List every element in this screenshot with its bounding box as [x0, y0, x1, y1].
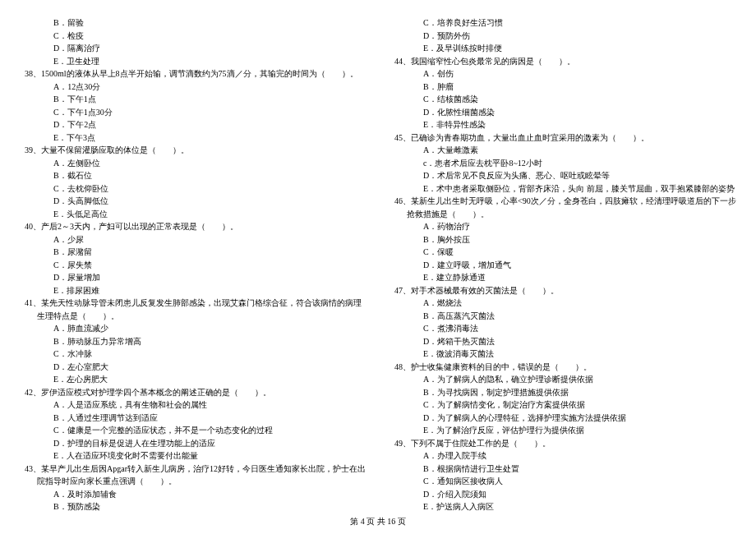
option: C．去枕仰卧位	[25, 182, 362, 196]
option: C．煮沸消毒法	[394, 322, 731, 335]
option: D．预防外伤	[394, 30, 731, 43]
option: C．保暖	[394, 246, 731, 259]
option: D．建立呼吸，增加通气	[394, 259, 731, 272]
option: C．下午1点30分	[25, 106, 362, 119]
option: A．创伤	[394, 67, 731, 81]
option: E．微波消毒灭菌法	[394, 348, 731, 361]
option: A．左侧卧位	[25, 157, 362, 170]
option: C．尿失禁	[25, 259, 362, 272]
question: 39、大量不保留灌肠应取的体位是（ ）。	[25, 144, 362, 157]
question: 47、对手术器械最有效的灭菌法是（ ）。	[394, 284, 731, 297]
right-column: C．培养良好生活习惯D．预防外伤E．及早训练按时排便44、我国缩窄性心包炎最常见…	[394, 16, 731, 513]
option: B．高压蒸汽灭菌法	[394, 310, 731, 323]
option: E．非特异性感染	[394, 118, 731, 131]
option: B．根据病情进行卫生处置	[394, 463, 731, 476]
option: D．烤箱干热灭菌法	[394, 335, 731, 348]
option: C．健康是一个完整的适应状态，并不是一个动态变化的过程	[25, 424, 362, 437]
option: B．胸外按压	[394, 233, 731, 246]
question: 45、已确诊为青春期功血，大量出血止血时宜采用的激素为（ ）。	[394, 131, 731, 145]
option: B．肺动脉压力异常增高	[25, 335, 362, 348]
option: C．通知病区接收病人	[394, 475, 731, 488]
option: A．燃烧法	[394, 297, 731, 310]
continuation: 生理特点是（ ）。	[25, 310, 362, 323]
option: B．肿瘤	[394, 81, 731, 94]
option: A．人是适应系统，具有生物和社会的属性	[25, 398, 362, 412]
option: D．化脓性细菌感染	[394, 106, 731, 119]
continuation: 院指导时应向家长重点强调（ ）。	[25, 475, 362, 488]
option: A．药物治疗	[394, 220, 731, 233]
option: A．办理入院手续	[394, 449, 731, 463]
continuation: 抢救措施是（ ）。	[394, 208, 731, 221]
option: D．头高脚低位	[25, 195, 362, 208]
option: E．建立静脉通道	[394, 271, 731, 284]
question: 43、某早产儿出生后因Apgar转入新生儿病房，治疗12好转，今日医生通知家长出…	[25, 463, 362, 476]
page-columns: B．留验C．检疫D．隔离治疗E．卫生处理38、1500ml的液体从早上8点半开始…	[25, 16, 731, 513]
question: 48、护士收集健康资料的目的中，错误的是（ ）。	[394, 361, 731, 374]
question: 41、某先天性动脉导管未闭患儿反复发生肺部感染，出现艾森门格综合征，符合该病情的…	[25, 297, 362, 310]
option: B．留验	[25, 16, 362, 30]
question: 38、1500ml的液体从早上8点半开始输，调节滴数约为75滴／分，其输完的时间…	[25, 67, 362, 81]
option: E．左心房肥大	[25, 373, 362, 386]
option: B．预防感染	[25, 500, 362, 513]
option: B．下午1点	[25, 93, 362, 106]
option: C．结核菌感染	[394, 93, 731, 106]
option: A．大量雌激素	[394, 144, 731, 157]
option: E．术中患者采取侧卧位，背部齐床沿，头向 前屈，膝关节屈曲，双手抱紧膝部的姿势	[394, 182, 731, 196]
left-column: B．留验C．检疫D．隔离治疗E．卫生处理38、1500ml的液体从早上8点半开始…	[25, 16, 362, 513]
option: B．为寻找病因，制定护理措施提供依据	[394, 386, 731, 399]
option: E．及早训练按时排便	[394, 42, 731, 55]
option: D．下午2点	[25, 118, 362, 131]
option: A．及时添加辅食	[25, 488, 362, 501]
page-footer: 第 4 页 共 16 页	[0, 516, 756, 527]
question: 49、下列不属于住院处工作的是（ ）。	[394, 437, 731, 450]
option: D．介绍入院须知	[394, 488, 731, 501]
option: D．为了解病人的心理特征，选择护理实施方法提供依据	[394, 412, 731, 425]
option: D．护理的目标是促进人在生理功能上的适应	[25, 437, 362, 450]
question: 44、我国缩窄性心包炎最常见的病因是（ ）。	[394, 55, 731, 68]
option: B．人通过生理调节达到适应	[25, 412, 362, 425]
option: C．为了解病情变化，制定治疗方案提供依据	[394, 398, 731, 412]
option: E．为了解治疗反应，评估护理行为提供依据	[394, 424, 731, 437]
option: E．护送病人入病区	[394, 500, 731, 513]
option: A．12点30分	[25, 81, 362, 94]
option: A．肺血流减少	[25, 322, 362, 335]
option: B．尿潴留	[25, 246, 362, 259]
option: E．下午3点	[25, 131, 362, 145]
option: A．少尿	[25, 233, 362, 246]
question: 46、某新生儿出生时无呼吸，心率<90次／分，全身苍白，四肢瘫软，经清理呼吸道后…	[394, 195, 731, 208]
option: A．为了解病人的隐私，确立护理诊断提供依据	[394, 373, 731, 386]
question: 42、罗伊适应模式对护理学四个基本概念的阐述正确的是（ ）。	[25, 386, 362, 399]
option: C．水冲脉	[25, 348, 362, 361]
option: B．截石位	[25, 169, 362, 182]
option: E．头低足高位	[25, 208, 362, 221]
option: E．卫生处理	[25, 55, 362, 68]
option: c．患者术后应去枕平卧8~12小时	[394, 157, 731, 170]
option: D．术后常见不良反应为头痛、恶心、呕吐或眩晕等	[394, 169, 731, 182]
option: D．隔离治疗	[25, 42, 362, 55]
option: E．排尿困难	[25, 284, 362, 297]
option: C．检疫	[25, 30, 362, 43]
option: C．培养良好生活习惯	[394, 16, 731, 30]
option: D．尿量增加	[25, 271, 362, 284]
option: D．左心室肥大	[25, 361, 362, 374]
option: E．人在适应环境变化时不需要付出能量	[25, 449, 362, 463]
question: 40、产后2～3天内，产妇可以出现的正常表现是（ ）。	[25, 220, 362, 233]
